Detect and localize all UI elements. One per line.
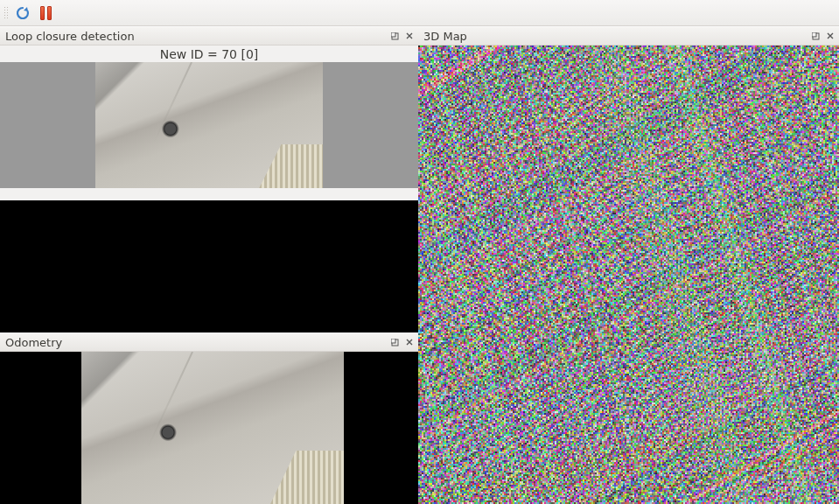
odometry-view[interactable] xyxy=(0,352,418,504)
toolbar xyxy=(0,0,839,26)
detach-icon[interactable] xyxy=(388,29,402,43)
loop-closure-status-bar: New ID = 70 [0] xyxy=(0,46,418,62)
detach-icon[interactable] xyxy=(388,335,402,349)
map3d-title: 3D Map xyxy=(423,30,808,43)
odometry-header[interactable]: Odometry xyxy=(0,332,418,352)
loop-closure-title: Loop closure detection xyxy=(5,30,387,43)
workspace: Loop closure detection New ID = 70 [0] xyxy=(0,26,839,504)
refresh-icon xyxy=(15,5,31,21)
loop-closure-header[interactable]: Loop closure detection xyxy=(0,26,418,46)
camera-image xyxy=(81,352,344,504)
refresh-button[interactable] xyxy=(12,3,33,24)
loop-closure-match-view[interactable] xyxy=(0,200,418,332)
map3d-panel: 3D Map xyxy=(418,26,839,504)
camera-image xyxy=(95,62,323,188)
close-icon[interactable] xyxy=(402,335,416,349)
odometry-title: Odometry xyxy=(5,336,387,349)
map3d-header[interactable]: 3D Map xyxy=(418,26,839,46)
loop-closure-status: New ID = 70 [0] xyxy=(160,47,259,61)
detach-icon[interactable] xyxy=(808,29,822,43)
loop-closure-panel: Loop closure detection New ID = 70 [0] xyxy=(0,26,418,332)
toolbar-grip[interactable] xyxy=(3,6,9,20)
pause-button[interactable] xyxy=(35,3,56,24)
close-icon[interactable] xyxy=(823,29,837,43)
pause-icon xyxy=(40,6,52,20)
odometry-panel: Odometry xyxy=(0,332,418,504)
svg-rect-1 xyxy=(391,32,395,37)
close-icon[interactable] xyxy=(402,29,416,43)
svg-rect-3 xyxy=(391,339,395,343)
panel-gap xyxy=(0,188,418,200)
loop-closure-new-view[interactable] xyxy=(0,62,418,188)
svg-rect-5 xyxy=(812,32,816,37)
right-column: 3D Map xyxy=(418,26,839,504)
map3d-view[interactable] xyxy=(418,46,839,504)
left-column: Loop closure detection New ID = 70 [0] xyxy=(0,26,418,504)
